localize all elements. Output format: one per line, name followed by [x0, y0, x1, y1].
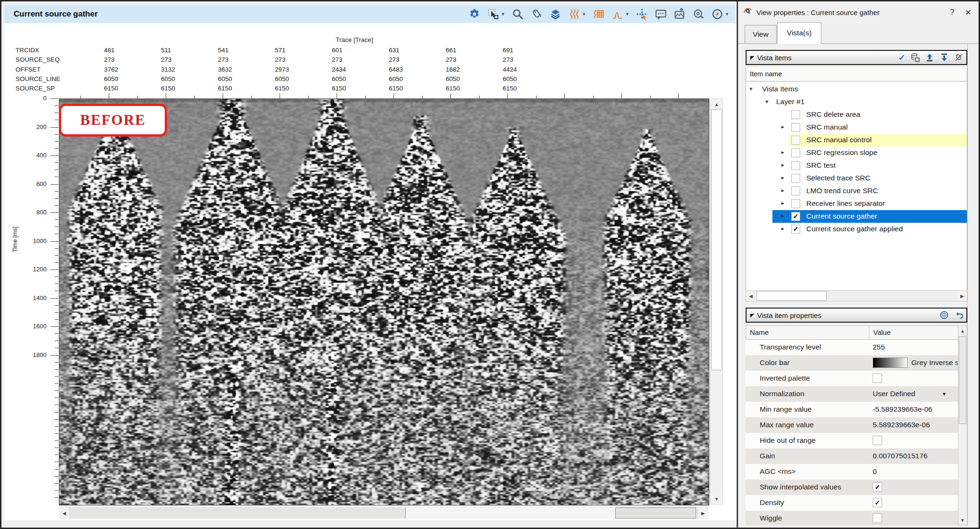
tree-item[interactable]: ▸SRC test — [746, 159, 967, 172]
property-checkbox[interactable]: ✓ — [873, 482, 882, 492]
property-row[interactable]: NormalizationUser Defined▼ — [746, 386, 958, 402]
undo-icon[interactable] — [954, 310, 964, 320]
tree-item[interactable]: ▸Receiver lines separator — [746, 197, 967, 210]
property-row[interactable]: Gain0.007075015176 — [746, 448, 958, 464]
property-checkbox[interactable] — [873, 436, 882, 445]
item-checkbox[interactable] — [791, 187, 800, 195]
scroll-up-arrow[interactable]: ▲ — [711, 99, 723, 109]
image-export-icon[interactable] — [674, 8, 686, 20]
property-checkbox[interactable]: ✓ — [873, 498, 882, 507]
tree-item[interactable]: ▸SRC regression slope — [746, 146, 967, 159]
tree-item[interactable]: ▾Layer #1 — [746, 96, 967, 108]
tab-vistas[interactable]: Vista(s) — [777, 22, 821, 44]
tree-item[interactable]: ▾Vista Items — [746, 83, 967, 96]
wiggle-display-icon[interactable]: ▼ — [568, 8, 586, 20]
properties-scroll-thumb[interactable] — [959, 336, 966, 424]
item-checkbox[interactable] — [791, 199, 800, 208]
scroll-down-arrow[interactable]: ▼ — [958, 515, 967, 525]
annotation-comment-icon[interactable] — [655, 8, 667, 20]
vista-items-header[interactable]: ◤ Vista items ✓ — [746, 50, 967, 65]
expander-icon[interactable]: ▾ — [749, 85, 753, 92]
item-checkbox[interactable] — [791, 123, 800, 132]
dropdown-caret-icon[interactable]: ▼ — [582, 12, 586, 16]
scroll-right-arrow[interactable]: ▶ — [957, 291, 967, 301]
item-checkbox[interactable] — [791, 161, 800, 170]
colorbar-swatch[interactable] — [873, 358, 908, 368]
crosshair-picking-icon[interactable] — [636, 8, 648, 20]
mouse-tool-icon[interactable] — [530, 8, 543, 20]
scroll-down-arrow[interactable]: ▼ — [711, 494, 723, 504]
tree-item[interactable]: SRC delete area — [746, 108, 967, 121]
expander-icon[interactable]: ▸ — [781, 200, 784, 206]
item-checkbox[interactable] — [791, 174, 800, 183]
property-checkbox[interactable] — [873, 513, 882, 523]
expander-icon[interactable]: ▾ — [765, 98, 769, 105]
property-row[interactable]: Inverted palette — [746, 371, 958, 386]
settings-gear-icon[interactable] — [468, 8, 481, 20]
section-collapse-icon[interactable]: ◤ — [750, 312, 754, 318]
dropdown-caret-icon[interactable]: ▼ — [725, 12, 729, 16]
database-save-icon[interactable] — [910, 53, 920, 62]
seismic-vertical-scrollbar[interactable]: ▲ ▼ — [710, 98, 723, 505]
property-row[interactable]: Min range value-5.589239663e-06 — [746, 402, 958, 417]
property-row[interactable]: Transparency level255 — [746, 340, 958, 355]
tree-item[interactable]: ▸SRC manual — [746, 121, 967, 134]
trace-header-table-icon[interactable] — [593, 8, 605, 20]
tree-horizontal-scrollbar[interactable]: ◀ ▶ — [746, 290, 967, 301]
scroll-left-arrow[interactable]: ◀ — [746, 291, 755, 301]
expander-icon[interactable]: ▸ — [781, 123, 784, 130]
expander-icon[interactable]: ▸ — [781, 162, 784, 168]
property-row[interactable]: Color barGrey Inverse s — [746, 355, 958, 371]
zoom-magnifier-icon[interactable] — [512, 8, 524, 20]
item-checkbox[interactable]: ✓ — [791, 225, 800, 234]
tree-item[interactable]: ▸✓Current source gather — [746, 210, 967, 223]
horizontal-scroll-thumb[interactable] — [70, 507, 406, 519]
vista-item-properties-header[interactable]: ◤ Vista item properties — [746, 308, 967, 323]
close-button[interactable]: ✕ — [960, 8, 976, 17]
histogram-peak-icon[interactable]: ▼ — [611, 8, 629, 20]
tree-item[interactable]: ▸Selected trace SRC — [746, 172, 967, 185]
loupe-record-icon[interactable] — [692, 8, 705, 20]
property-row[interactable]: Density✓ — [746, 495, 958, 511]
scroll-up-arrow[interactable]: ▲ — [958, 326, 967, 335]
seismic-image[interactable] — [59, 98, 709, 505]
expander-icon[interactable]: ▸ — [781, 187, 784, 194]
expander-icon[interactable]: ▸ — [781, 225, 784, 232]
property-checkbox[interactable] — [873, 374, 882, 383]
item-checkbox[interactable] — [791, 110, 800, 119]
property-row[interactable]: AGC <ms>0 — [746, 464, 958, 480]
scroll-left-arrow[interactable]: ◀ — [59, 507, 70, 519]
mouse-disabled-icon[interactable] — [954, 53, 964, 62]
help-button[interactable]: ? — [944, 8, 960, 16]
section-collapse-icon[interactable]: ◤ — [750, 55, 754, 61]
property-row[interactable]: Show interpolated values✓ — [746, 480, 958, 495]
target-icon[interactable] — [940, 310, 949, 320]
property-row[interactable]: Hide out of range — [746, 433, 958, 448]
expander-icon[interactable]: ▸ — [781, 212, 784, 219]
check-all-icon[interactable]: ✓ — [899, 53, 905, 63]
tree-scroll-thumb[interactable] — [756, 291, 827, 301]
expander-icon[interactable]: ▸ — [781, 149, 784, 155]
property-row[interactable]: Max range value5.589239663e-06 — [746, 417, 958, 433]
horizontal-scroll-thumb-2[interactable] — [615, 507, 696, 519]
move-down-icon[interactable] — [940, 53, 949, 62]
dropdown-caret-icon[interactable]: ▼ — [501, 12, 505, 16]
item-checkbox[interactable]: ✓ — [791, 212, 800, 221]
scroll-right-arrow[interactable]: ▶ — [697, 507, 708, 519]
tree-item[interactable]: SRC manual control — [746, 134, 967, 146]
expander-icon[interactable]: ▸ — [781, 174, 784, 181]
item-checkbox[interactable] — [791, 136, 800, 145]
zoom-region-select-icon[interactable]: ▼ — [487, 8, 505, 20]
layers-icon[interactable] — [549, 8, 562, 20]
dropdown-caret-icon[interactable]: ▼ — [942, 391, 947, 397]
compass-orientation-icon[interactable]: ▼ — [711, 8, 729, 20]
move-up-icon[interactable] — [925, 53, 934, 62]
tab-view[interactable]: View — [745, 25, 777, 44]
property-row[interactable]: Wiggle — [746, 511, 958, 525]
tree-item[interactable]: ▸✓Current source gather applied — [746, 223, 967, 236]
item-checkbox[interactable] — [791, 148, 800, 157]
seismic-horizontal-scrollbar[interactable]: ◀ ▶ — [59, 506, 708, 519]
tree-item[interactable]: ▸LMO trend curve SRC — [746, 185, 967, 197]
vertical-scroll-thumb[interactable] — [711, 109, 722, 370]
properties-vertical-scrollbar[interactable]: ▲ ▼ — [958, 326, 967, 525]
